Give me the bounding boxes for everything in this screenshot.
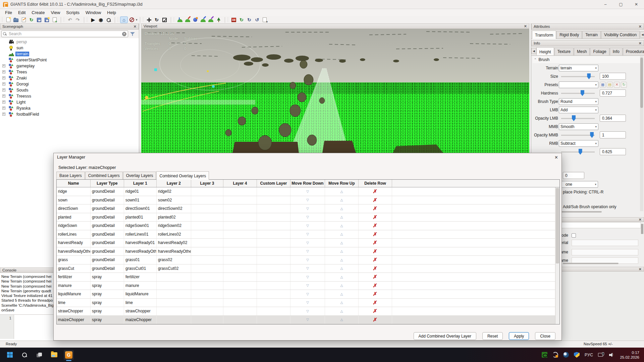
camera-off-button[interactable] bbox=[128, 16, 136, 23]
brush-brush-type-dropdown[interactable]: Round▾ bbox=[559, 98, 598, 105]
material-field[interactable] bbox=[572, 240, 638, 246]
move-up-icon[interactable]: △ bbox=[340, 215, 343, 219]
delete-row-button[interactable]: ✗ bbox=[359, 307, 392, 315]
text-ab-button[interactable]: AB bbox=[230, 16, 238, 23]
foliage-sphere-button[interactable] bbox=[192, 16, 199, 23]
tab-texture[interactable]: Texture bbox=[554, 48, 574, 55]
move-row-down-button[interactable]: ▽ bbox=[290, 282, 325, 290]
move-row-down-button[interactable]: ▽ bbox=[290, 307, 325, 315]
move-row-up-button[interactable]: △ bbox=[325, 256, 359, 264]
attributes-scrollbar[interactable] bbox=[640, 56, 643, 211]
move-down-icon[interactable]: ▽ bbox=[306, 292, 309, 296]
expand-icon[interactable]: + bbox=[2, 70, 5, 73]
delete-icon[interactable]: ✗ bbox=[373, 291, 378, 297]
menu-item-view[interactable]: View bbox=[48, 9, 63, 16]
brush-slider[interactable] bbox=[561, 90, 595, 97]
reload-button[interactable]: ↻ bbox=[28, 16, 35, 23]
move-up-icon[interactable]: △ bbox=[340, 241, 343, 245]
tree-item-Trees[interactable]: +Trees bbox=[0, 69, 139, 75]
move-row-up-button[interactable]: △ bbox=[325, 290, 359, 298]
move-down-icon[interactable]: ▽ bbox=[306, 258, 309, 262]
info-close-icon[interactable]: ✕ bbox=[639, 41, 642, 46]
open-file-button[interactable] bbox=[12, 16, 20, 23]
move-down-icon[interactable]: ▽ bbox=[306, 301, 309, 304]
column-header-custom-layer[interactable]: Custom Layer bbox=[257, 180, 290, 187]
move-down-icon[interactable]: ▽ bbox=[306, 309, 309, 313]
menu-item-help[interactable]: Help bbox=[104, 9, 119, 16]
slider-thumb[interactable] bbox=[579, 149, 582, 155]
task-view-button[interactable] bbox=[34, 350, 44, 360]
slider-thumb[interactable] bbox=[572, 115, 576, 121]
delete-icon[interactable]: ✗ bbox=[373, 308, 378, 314]
brush-terrain-dropdown[interactable]: terrain▾ bbox=[559, 65, 598, 71]
menu-item-scripts[interactable]: Scripts bbox=[63, 9, 83, 16]
reset-button[interactable]: Reset bbox=[482, 332, 503, 340]
column-header-layer-4[interactable]: Layer 4 bbox=[223, 180, 257, 187]
delete-row-button[interactable]: ✗ bbox=[359, 230, 392, 239]
save-button[interactable] bbox=[35, 16, 43, 23]
delete-row-button[interactable]: ✗ bbox=[359, 282, 392, 290]
delete-icon[interactable]: ✗ bbox=[373, 257, 378, 263]
menu-item-file[interactable]: File bbox=[2, 9, 15, 16]
dialog-title-bar[interactable]: Layer Manager ✕ bbox=[54, 153, 561, 161]
slider-thumb[interactable] bbox=[590, 132, 594, 138]
undo-button[interactable]: ↶ bbox=[66, 16, 74, 23]
move-up-icon[interactable]: △ bbox=[340, 249, 343, 253]
tree-item-persp[interactable]: persp bbox=[0, 39, 139, 45]
move-row-up-button[interactable]: △ bbox=[325, 213, 359, 222]
update-tray-icon[interactable] bbox=[552, 352, 558, 358]
volume-tray-icon[interactable]: ) bbox=[609, 353, 615, 357]
tab-height[interactable]: Height bbox=[536, 47, 554, 56]
table-row[interactable]: plantedgroundDetailplanted01planted02▽△✗ bbox=[57, 213, 559, 222]
move-row-up-button[interactable]: △ bbox=[325, 299, 359, 307]
brush-rmb-dropdown[interactable]: Subtract▾ bbox=[559, 140, 598, 147]
delete-row-button[interactable]: ✗ bbox=[359, 196, 392, 204]
table-row[interactable]: grassCutgroundDetailgrassCut01grassCut02… bbox=[57, 264, 559, 273]
table-scrollbar[interactable] bbox=[555, 187, 559, 324]
move-row-down-button[interactable]: ▽ bbox=[290, 187, 325, 196]
terrain-detail-b-button[interactable] bbox=[207, 16, 215, 23]
move-row-down-button[interactable]: ▽ bbox=[290, 222, 325, 230]
move-row-down-button[interactable]: ▽ bbox=[290, 196, 325, 204]
delete-row-button[interactable]: ✗ bbox=[359, 273, 392, 281]
refresh-small-button[interactable]: ↻ bbox=[238, 16, 246, 23]
home-button[interactable]: ⌂ bbox=[120, 16, 128, 23]
brush-value-field[interactable]: 1 bbox=[600, 131, 626, 138]
play-button[interactable]: ▶ bbox=[89, 16, 97, 23]
viewport-close-icon[interactable]: ✕ bbox=[524, 24, 527, 28]
move-down-icon[interactable]: ▽ bbox=[306, 232, 309, 236]
tree-item-Ryaska[interactable]: +Ryaska bbox=[0, 105, 139, 111]
brush-slider[interactable] bbox=[561, 132, 595, 138]
apply-button[interactable]: Apply bbox=[509, 332, 529, 340]
delete-icon[interactable]: ✗ bbox=[373, 274, 378, 280]
filter-icon[interactable] bbox=[130, 32, 135, 36]
delete-icon[interactable]: ✗ bbox=[373, 240, 378, 246]
move-up-icon[interactable]: △ bbox=[340, 266, 343, 270]
table-row[interactable]: rollerLinesgroundDetailrollerLines01roll… bbox=[57, 230, 559, 239]
scenegraph-close-icon[interactable]: ✕ bbox=[133, 24, 137, 29]
delete-icon[interactable]: ✗ bbox=[373, 283, 378, 289]
brush-presets-dropdown[interactable]: ▾ bbox=[559, 81, 598, 88]
tree-item-footballField[interactable]: +footballField bbox=[0, 111, 139, 117]
delete-row-button[interactable]: ✗ bbox=[359, 204, 392, 213]
table-row[interactable]: directSowngroundDetaildirectSown01direct… bbox=[57, 204, 559, 213]
brush-slider[interactable] bbox=[561, 73, 595, 80]
delete-icon[interactable]: ✗ bbox=[373, 188, 378, 194]
move-row-down-button[interactable]: ▽ bbox=[290, 273, 325, 281]
delete-row-button[interactable]: ✗ bbox=[359, 264, 392, 273]
brush-mmb-dropdown[interactable]: Smooth▾ bbox=[559, 123, 598, 130]
giants-editor-taskbar-button[interactable]: G bbox=[64, 350, 74, 360]
move-up-icon[interactable]: △ bbox=[340, 275, 343, 279]
reload-scripts-button[interactable]: ↻ bbox=[246, 16, 253, 23]
move-row-down-button[interactable]: ▽ bbox=[290, 290, 325, 298]
column-header-delete-row[interactable]: Delete Row bbox=[359, 180, 392, 187]
table-row[interactable]: grassgroundDetailgrass01grass02▽△✗ bbox=[57, 256, 559, 264]
move-row-up-button[interactable]: △ bbox=[325, 247, 359, 256]
move-row-down-button[interactable]: ▽ bbox=[290, 247, 325, 256]
column-header-layer-2[interactable]: Layer 2 bbox=[157, 180, 191, 187]
material-panel-hscrollbar[interactable] bbox=[563, 263, 619, 264]
import-file-button[interactable] bbox=[51, 16, 58, 23]
move-down-icon[interactable]: ▽ bbox=[306, 284, 309, 287]
mode-checkbox[interactable] bbox=[572, 233, 576, 238]
move-row-down-button[interactable]: ▽ bbox=[290, 239, 325, 247]
